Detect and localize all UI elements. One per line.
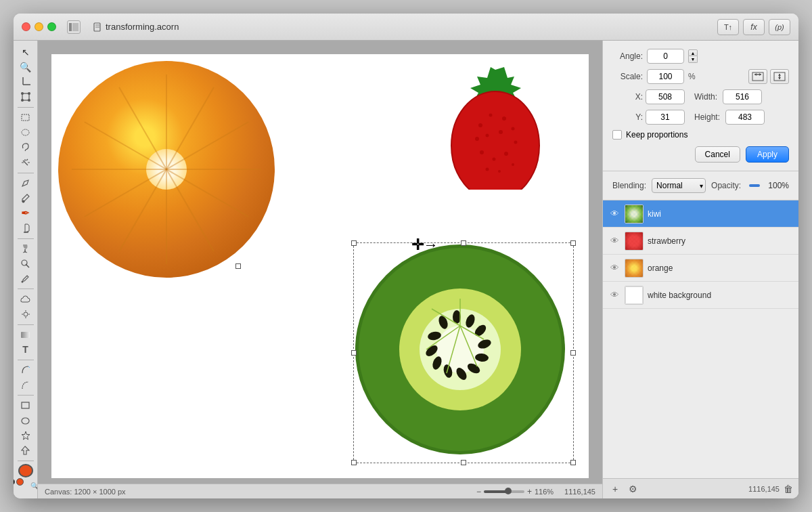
svg-point-10	[21, 99, 24, 102]
svg-point-40	[514, 141, 518, 144]
p-btn[interactable]: (p)	[769, 19, 790, 35]
bezier-tool[interactable]	[16, 363, 35, 377]
svg-point-11	[28, 99, 30, 102]
magic-select-tool[interactable]	[16, 156, 35, 170]
width-input[interactable]	[723, 89, 762, 104]
svg-point-39	[499, 130, 503, 134]
fx-btn[interactable]: fx	[743, 19, 765, 35]
foreground-color[interactable]	[14, 478, 15, 486]
svg-rect-12	[22, 114, 29, 121]
svg-point-28	[22, 418, 29, 424]
zoom-mini[interactable]: 🔍	[25, 478, 39, 494]
cloud-tool[interactable]	[16, 292, 35, 306]
gradient-tool[interactable]	[16, 327, 35, 341]
layer-kiwi-thumb	[625, 205, 644, 223]
x-input[interactable]	[646, 89, 685, 104]
path-tool[interactable]	[16, 378, 35, 392]
svg-rect-1	[72, 23, 78, 31]
paint-tool[interactable]: ✒	[16, 206, 35, 220]
brush-tool[interactable]	[16, 191, 35, 205]
blending-mode-select[interactable]: Normal Multiply Screen Overlay	[652, 178, 706, 193]
scale-width-icon[interactable]	[748, 69, 767, 84]
cancel-button[interactable]: Cancel	[695, 146, 740, 163]
add-layer-button[interactable]: +	[608, 482, 622, 496]
blending-section: Blending: Normal Multiply Screen Overlay…	[603, 171, 798, 200]
crop-tool[interactable]	[16, 74, 35, 89]
y-input[interactable]	[646, 110, 685, 125]
canvas-info: Canvas: 1200 × 1000 px	[45, 488, 126, 496]
layer-strawberry-name: strawberry	[648, 236, 685, 246]
eyedropper-tool[interactable]	[16, 272, 35, 286]
pencil-tool[interactable]	[16, 221, 35, 235]
layer-white-thumb	[625, 286, 644, 305]
traffic-lights	[22, 22, 56, 31]
pen-tool[interactable]	[16, 176, 35, 190]
angle-decrement[interactable]: ▼	[688, 56, 698, 63]
lasso-tool[interactable]	[16, 140, 35, 154]
svg-marker-76	[778, 74, 781, 76]
fill-tool[interactable]	[16, 241, 35, 255]
height-label: Height:	[694, 112, 720, 122]
angle-increment[interactable]: ▲	[688, 49, 698, 56]
layer-orange[interactable]: 👁 orange	[603, 255, 798, 282]
layer-strawberry-eye[interactable]: 👁	[608, 235, 621, 247]
zoom-tool[interactable]: 🔍	[16, 60, 35, 74]
layer-kiwi-name: kiwi	[648, 209, 661, 219]
scale-height-icon[interactable]	[770, 69, 789, 84]
layer-white-background[interactable]: 👁 white background	[603, 282, 798, 309]
ellipse-tool[interactable]	[16, 413, 35, 427]
layer-strawberry[interactable]: 👁 strawberry	[603, 228, 798, 255]
angle-stepper: ▲ ▼	[688, 49, 698, 63]
layer-settings-button[interactable]: ⚙	[626, 482, 639, 496]
arrow-shape-tool[interactable]	[16, 444, 35, 458]
sun-tool[interactable]	[16, 307, 35, 321]
magic-wand-tool[interactable]	[16, 257, 35, 271]
keep-proportions-row: Keep proportions	[612, 130, 789, 140]
opacity-slider[interactable]	[749, 184, 760, 187]
layer-white-eye[interactable]: 👁	[608, 289, 621, 301]
svg-point-13	[22, 129, 29, 135]
ellipse-select-tool[interactable]	[16, 125, 35, 140]
transform-tool[interactable]	[16, 90, 35, 104]
zoom-slider-thumb[interactable]	[505, 488, 512, 494]
svg-point-44	[512, 163, 514, 166]
canvas-area[interactable]: ✛→ Canvas: 1200 × 1000 px − + 116% 1116,…	[38, 41, 602, 498]
rect-select-tool[interactable]	[16, 110, 35, 125]
layer-position: 1116,145	[748, 485, 780, 493]
rect-tool[interactable]	[16, 398, 35, 412]
scale-input[interactable]	[647, 69, 684, 84]
svg-rect-25	[21, 332, 30, 338]
apply-button[interactable]: Apply	[746, 146, 789, 163]
zoom-out-button[interactable]: −	[476, 487, 481, 496]
keep-proportions-checkbox[interactable]	[612, 130, 622, 140]
svg-point-19	[22, 281, 24, 283]
height-input[interactable]	[725, 110, 765, 125]
right-panel: Angle: ▲ ▼ Scale: %	[602, 41, 798, 498]
background-color[interactable]	[16, 478, 24, 486]
zoom-slider[interactable]	[484, 490, 524, 493]
position-row: X: Width:	[612, 89, 789, 104]
color-swatch[interactable]	[18, 464, 33, 477]
svg-marker-77	[778, 77, 781, 79]
opacity-label: Opacity:	[711, 181, 741, 190]
zoom-level: 116%	[535, 488, 554, 496]
select-tool[interactable]: ↖	[16, 45, 35, 59]
text-tool-btn[interactable]: T↑	[717, 19, 739, 35]
minimize-button[interactable]	[35, 22, 43, 31]
orange-layer	[58, 61, 275, 278]
star-tool[interactable]	[16, 429, 35, 443]
angle-input[interactable]	[647, 49, 684, 64]
strawberry-layer	[440, 64, 551, 190]
zoom-in-button[interactable]: +	[527, 487, 532, 496]
layer-orange-eye[interactable]: 👁	[608, 262, 621, 274]
maximize-button[interactable]	[47, 22, 56, 31]
close-button[interactable]	[22, 22, 30, 31]
svg-point-36	[512, 127, 515, 131]
text-tool[interactable]: T	[16, 343, 35, 357]
layer-kiwi-eye[interactable]: 👁	[608, 208, 621, 220]
scale-icons	[748, 69, 789, 84]
layer-kiwi[interactable]: 👁 kiwi	[603, 200, 798, 228]
delete-layer-button[interactable]: 🗑	[784, 484, 793, 494]
svg-point-35	[502, 116, 506, 121]
sidebar-toggle-button[interactable]	[67, 20, 81, 34]
